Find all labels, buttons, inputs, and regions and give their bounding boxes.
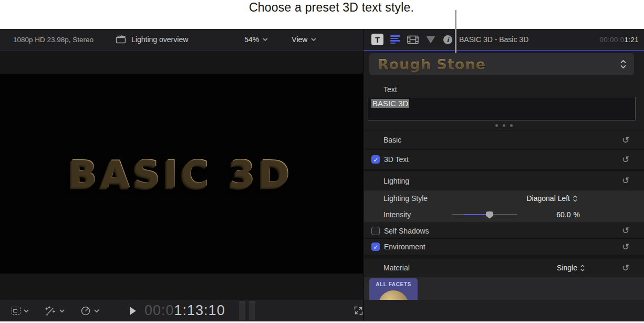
inspector-tab-bar: T [371,34,453,45]
fullscreen-expand-icon[interactable] [353,305,364,316]
reset-icon[interactable]: ↺ [620,263,631,274]
annotation-pointer-line [455,10,456,53]
basic-section-label: Basic [383,136,401,144]
preset-style-value: Rough Stone [378,56,486,73]
project-format-info: 1080p HD 23.98p, Stereo [13,36,94,44]
basic-section-row: Basic ↺ [364,130,644,149]
inspector-header: T [363,29,644,51]
intensity-label: Intensity [383,210,411,219]
material-tab-label: ALL FACETS [369,281,418,287]
timecode-bright-part: 1:13:10 [174,302,225,318]
viewer-letterbox-top [0,51,363,74]
updown-chevrons-icon [573,195,578,203]
environment-checkbox[interactable] [371,243,380,251]
zoom-level-value: 54% [244,35,259,44]
tab-text-format[interactable] [390,35,400,44]
trim-options-button[interactable] [12,307,29,315]
chevron-down-icon [263,38,268,41]
playhead-timecode[interactable]: 00:01:13:10 [144,302,225,319]
lighting-section-row: Lighting ↺ [364,171,644,190]
lighting-style-value: Diagonal Left [526,194,570,203]
updown-chevrons-icon [580,264,585,272]
view-dropdown[interactable]: View [292,35,316,44]
textbox-resize-handle[interactable] [364,120,644,130]
environment-label: Environment [384,243,425,251]
zoom-level-dropdown[interactable]: 54% [244,35,268,44]
intensity-row: Intensity 60.0 % [364,206,644,223]
3d-text-row: 3D Text ↺ [364,150,644,169]
intensity-slider[interactable] [452,211,517,218]
tab-text-inspector[interactable]: T [371,34,383,45]
lighting-section-label: Lighting [383,177,409,185]
intensity-value[interactable]: 60.0 [544,210,571,219]
material-all-facets-tab[interactable]: ALL FACETS [369,278,418,300]
preset-dropdown-wrap: Rough Stone [364,51,644,75]
text-section-label: Text [364,75,644,97]
timecode-bright-part: 1:21 [625,36,639,44]
app-window: 1080p HD 23.98p, Stereo Lighting overvie… [0,29,644,321]
retime-button[interactable] [80,306,99,316]
material-value: Single [557,264,577,272]
chevron-down-icon [24,309,29,312]
timecode-dim-part: 00:0 [144,302,174,318]
content-area: BASIC 3D Rough Stone Text BASIC 3D [0,51,644,300]
canvas-3d-title-text: BASIC 3D [69,152,294,196]
viewer-letterbox-bottom [0,274,363,300]
reset-icon[interactable]: ↺ [620,225,631,236]
reset-icon[interactable]: ↺ [620,175,631,186]
chevron-down-icon [59,309,65,312]
viewer-canvas[interactable]: BASIC 3D [0,74,363,274]
text-value-field[interactable]: BASIC 3D [368,97,636,120]
material-popup[interactable]: Single [557,264,585,272]
chevron-down-icon [94,309,99,312]
selected-text: BASIC 3D [371,99,409,108]
top-header-bar: 1080p HD 23.98p, Stereo Lighting overvie… [0,29,644,51]
chevron-down-icon [311,38,316,41]
audio-meters[interactable] [239,301,255,320]
screenshot-stage: Choose a preset 3D text style. 1080p HD … [0,0,644,323]
inspector-timecode: 00:00:01:21 [599,36,639,44]
clip-name: Lighting overview [131,35,188,44]
pane-divider-bottom [363,300,364,321]
clapperboard-icon [116,35,126,44]
viewer-header: 1080p HD 23.98p, Stereo Lighting overvie… [0,29,363,51]
inspector-title: BASIC 3D - Basic 3D [459,35,528,44]
tab-color-inspector[interactable] [425,35,436,44]
magic-wand-icon [45,306,56,316]
annotation-caption: Choose a preset 3D text style. [249,1,414,15]
lighting-style-popup[interactable]: Diagonal Left [526,194,578,203]
viewer-bottom-toolbar: 00:01:13:10 [0,300,644,321]
material-preview-strip: ALL FACETS [364,277,644,300]
lighting-style-label: Lighting Style [383,194,428,203]
self-shadows-checkbox[interactable] [371,227,380,235]
view-label: View [292,35,307,44]
slider-handle[interactable] [486,211,493,219]
intensity-unit: % [574,210,580,219]
play-button[interactable] [130,307,136,315]
enhancements-button[interactable] [45,306,65,316]
tab-video-inspector[interactable] [407,35,419,44]
tab-info-inspector[interactable]: i [443,35,453,45]
material-row: Material Single ↺ [364,259,644,277]
reset-icon[interactable]: ↺ [620,241,631,253]
3d-text-label: 3D Text [384,155,409,164]
reset-icon[interactable]: ↺ [620,154,631,165]
lighting-style-row: Lighting Style Diagonal Left [364,190,644,206]
trim-icon [12,307,20,315]
environment-row: Environment ↺ [364,239,644,255]
material-sphere-preview [378,290,409,300]
viewer-pane: BASIC 3D [0,51,363,300]
3d-text-checkbox[interactable] [371,155,380,164]
self-shadows-row: Self Shadows ↺ [364,223,644,238]
updown-chevrons-icon [620,59,627,69]
reset-icon[interactable]: ↺ [620,135,631,146]
self-shadows-label: Self Shadows [384,227,429,235]
inspector-pane: Rough Stone Text BASIC 3D Basic ↺ [364,51,644,300]
retime-gauge-icon [80,306,91,316]
material-label: Material [383,264,410,272]
preset-style-dropdown[interactable]: Rough Stone [369,53,634,75]
timecode-dim-part: 00:00:0 [599,36,624,44]
